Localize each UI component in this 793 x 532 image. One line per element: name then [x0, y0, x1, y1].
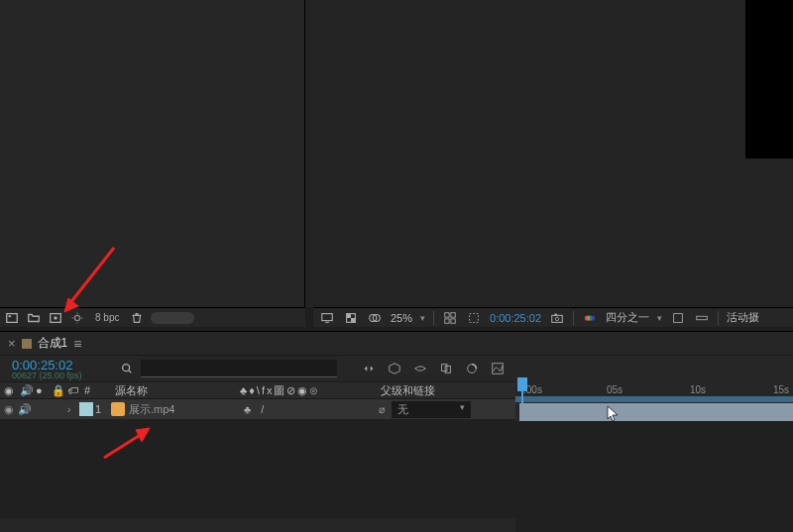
svg-rect-27 [442, 365, 447, 372]
comp-mini-flow-icon[interactable] [361, 361, 377, 376]
empty-layer-area [0, 419, 515, 518]
new-composition-icon[interactable] [48, 310, 63, 326]
svg-rect-13 [451, 312, 455, 316]
monitor-icon[interactable] [319, 310, 335, 326]
work-area-bar[interactable] [515, 396, 793, 402]
svg-point-4 [74, 315, 79, 320]
svg-rect-23 [674, 313, 683, 322]
svg-rect-0 [7, 313, 18, 322]
track-empty-area [515, 421, 793, 532]
resolution-dropdown[interactable]: 四分之一 [606, 310, 649, 325]
separator [433, 311, 434, 325]
layer-color-label[interactable] [79, 402, 93, 416]
svg-rect-9 [351, 318, 355, 322]
expand-layer-caret[interactable]: › [67, 404, 77, 415]
source-name-column-header[interactable]: 源名称 [109, 383, 238, 398]
viewport-black-region [745, 0, 793, 159]
solo-column-icon[interactable]: ● [36, 384, 48, 397]
viewer-timecode[interactable]: 0:00:25:02 [490, 312, 541, 324]
separator [718, 311, 719, 325]
svg-rect-24 [697, 316, 708, 320]
toggle-transparency-icon[interactable] [343, 310, 359, 326]
audio-column-icon[interactable]: 🔊 [20, 384, 32, 397]
ruler-tick: 05s [607, 384, 623, 395]
zoom-dropdown[interactable]: 25% [391, 312, 412, 324]
mouse-cursor-icon [607, 405, 621, 423]
project-search-pill[interactable] [151, 312, 194, 324]
video-file-icon [111, 402, 125, 416]
layer-visibility-toggle[interactable]: ◉ [4, 403, 14, 416]
viewer-area [0, 0, 793, 307]
layer-search-input[interactable] [141, 360, 337, 377]
roi-icon[interactable] [466, 310, 482, 326]
chevron-down-icon: ▾ [460, 402, 465, 417]
timeline-panel: × 合成1 ≡ 0:00:25:02 00627 (25.00 fps) [0, 331, 793, 532]
layer-audio-toggle[interactable]: 🔊 [18, 403, 32, 416]
svg-rect-28 [445, 366, 450, 372]
timeline-header: 0:00:25:02 00627 (25.00 fps) [0, 356, 515, 381]
svg-rect-5 [322, 313, 333, 320]
close-panel-icon[interactable]: × [8, 336, 16, 351]
timeline-tab-name[interactable]: 合成1 [38, 335, 68, 352]
frame-info: 00627 (25.00 fps) [12, 371, 119, 380]
pickwhip-icon[interactable]: ⌀ [379, 403, 386, 416]
motion-blur-icon[interactable] [464, 361, 480, 376]
viewer-toolbar: 25% ▾ 0:00:25:02 四分之一 ▾ 活动摄 [313, 307, 793, 327]
layer-row[interactable]: ◉ 🔊 › 1 展示.mp4 ♣ / [0, 399, 515, 419]
project-settings-icon[interactable] [69, 310, 85, 326]
layer-name[interactable]: 展示.mp4 [129, 402, 174, 417]
composition-color-icon [22, 339, 32, 349]
camera-dropdown[interactable]: 活动摄 [727, 310, 759, 325]
layer-switch-shy[interactable]: ♣ [244, 403, 251, 415]
playhead[interactable] [517, 377, 527, 391]
label-column-icon[interactable]: 🏷 [67, 384, 78, 396]
chevron-down-icon: ▾ [420, 313, 425, 323]
mask-icon[interactable] [367, 310, 383, 326]
composition-viewer[interactable] [305, 0, 793, 307]
graph-editor-icon[interactable] [490, 361, 506, 376]
panel-menu-icon[interactable]: ≡ [73, 336, 81, 352]
delete-icon[interactable] [129, 310, 145, 326]
layer-column-header: ◉ 🔊 ● 🔒 🏷 # 源名称 ♣♦\fx圖⊘◉⊙ 父级和链接 [0, 381, 515, 399]
color-depth-button[interactable]: 8 bpc [91, 312, 123, 323]
svg-point-18 [555, 317, 559, 321]
svg-rect-1 [9, 315, 12, 317]
timeline-icon[interactable] [694, 310, 710, 326]
svg-point-25 [123, 365, 130, 372]
layer-duration-bar[interactable] [519, 403, 793, 421]
search-icon [119, 361, 135, 376]
lock-column-icon[interactable]: 🔒 [52, 384, 63, 397]
separator [573, 311, 574, 325]
resolution-grid-icon[interactable] [442, 310, 458, 326]
chevron-down-icon: ▾ [657, 313, 662, 323]
interpret-footage-icon[interactable] [4, 310, 20, 326]
svg-rect-14 [445, 318, 449, 322]
layer-index: 1 [95, 403, 101, 415]
shy-icon[interactable] [412, 361, 428, 376]
svg-rect-15 [451, 318, 455, 322]
ruler-tick: 10s [690, 384, 706, 395]
index-column-header: # [84, 384, 90, 396]
svg-line-26 [129, 371, 132, 373]
parent-dropdown[interactable]: 无 ▾ [392, 401, 471, 418]
svg-point-22 [590, 315, 595, 320]
svg-rect-17 [552, 315, 563, 322]
svg-rect-16 [470, 313, 479, 322]
timeline-tab-row: × 合成1 ≡ [0, 332, 793, 356]
parent-column-header: 父级和链接 [377, 383, 504, 398]
timeline-track-area[interactable]: :00s 05s 10s 15s [515, 358, 793, 532]
parent-value: 无 [397, 402, 408, 417]
project-panel [0, 0, 305, 307]
layer-switch-collapse[interactable]: / [261, 403, 264, 415]
svg-rect-19 [554, 313, 557, 315]
toggle-pixel-icon[interactable] [670, 310, 686, 326]
eye-column-icon[interactable]: ◉ [4, 384, 16, 397]
svg-rect-8 [347, 313, 351, 317]
draft3d-icon[interactable] [387, 361, 402, 376]
svg-point-3 [54, 316, 57, 320]
new-folder-icon[interactable] [26, 310, 42, 326]
channel-icon[interactable] [582, 310, 598, 326]
ruler-tick: 15s [773, 384, 789, 395]
frame-blend-icon[interactable] [438, 361, 454, 376]
snapshot-icon[interactable] [549, 310, 565, 326]
